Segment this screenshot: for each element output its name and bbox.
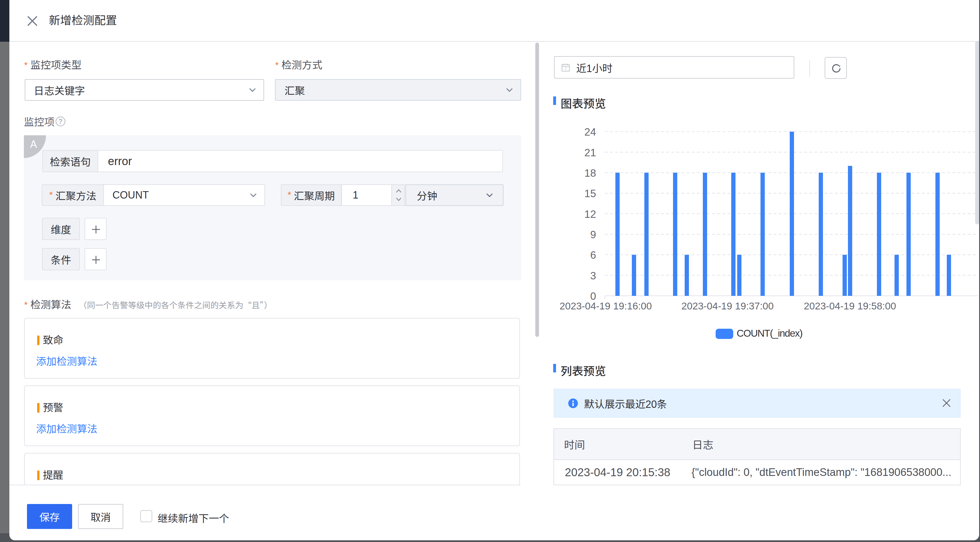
svg-text:6: 6 [590,249,596,261]
svg-text:12: 12 [584,208,596,220]
svg-text:18: 18 [584,167,596,179]
svg-text:2023-04-19 19:16:00: 2023-04-19 19:16:00 [560,300,652,311]
svg-text:3: 3 [590,270,596,282]
svg-text:21: 21 [584,147,596,158]
svg-text:9: 9 [590,229,596,241]
svg-text:15: 15 [584,188,596,200]
svg-text:7: 7 [565,67,567,71]
svg-text:?: ? [58,117,62,125]
svg-text:2023-04-19 19:58:00: 2023-04-19 19:58:00 [804,300,896,311]
svg-text:2023-04-19 19:37:00: 2023-04-19 19:37:00 [681,300,774,311]
svg-text:24: 24 [584,126,596,138]
